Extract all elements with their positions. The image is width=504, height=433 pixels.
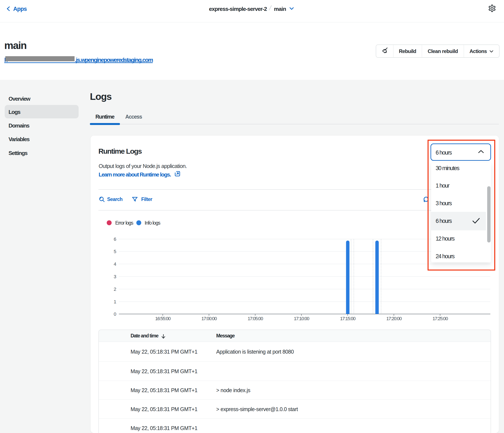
svg-text:17:25:00: 17:25:00 xyxy=(432,316,448,321)
svg-text:0: 0 xyxy=(114,311,116,317)
svg-text:17:20:00: 17:20:00 xyxy=(386,316,402,321)
svg-text:5: 5 xyxy=(114,249,116,254)
svg-text:6: 6 xyxy=(114,237,116,242)
svg-text:17:05:00: 17:05:00 xyxy=(248,316,263,321)
svg-text:1: 1 xyxy=(114,299,116,304)
svg-text:2: 2 xyxy=(114,287,116,292)
svg-text:16:55:00: 16:55:00 xyxy=(155,316,171,321)
svg-text:17:10:00: 17:10:00 xyxy=(294,316,309,321)
svg-text:17:00:00: 17:00:00 xyxy=(201,316,217,321)
svg-text:17:15:00: 17:15:00 xyxy=(340,316,356,321)
svg-text:3: 3 xyxy=(114,274,116,279)
svg-text:4: 4 xyxy=(114,261,116,267)
